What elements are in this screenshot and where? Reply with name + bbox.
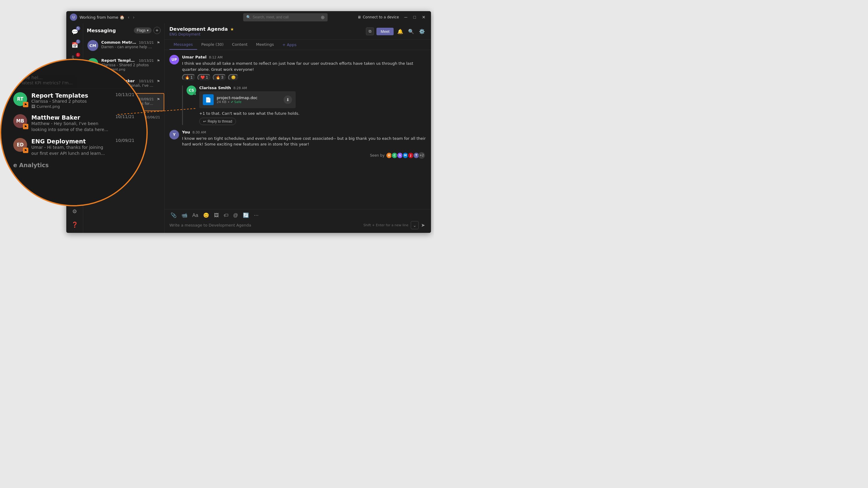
title-bar-left: U Working from home 🏠 ‹ › [70,13,214,21]
zoom-item-eng[interactable]: ED ⚑ ENG Deployment 10/09/21 Umar - Hi t… [13,138,134,156]
msg-avatar-clarissa: CS [187,86,196,95]
input-toolbar: 📎 📹 Aa 😊 🖼 🏷 @ 🔄 ⋯ [169,212,426,219]
window-controls: ─ □ ✕ [403,14,427,20]
reaction-heart[interactable]: ❤️ 1 [197,74,211,81]
flag-icon: ⚑ [157,97,160,107]
connect-device[interactable]: 🖥 Connect to a device [358,15,399,19]
emoji-button[interactable]: 😊 [202,212,210,219]
flag-badge-zoom-m: ⚑ [23,124,28,129]
send-button[interactable]: ➤ [420,221,426,229]
reply-to-thread-button[interactable]: ↩ Reply to thread [199,118,236,125]
conv-date: 10/13/21 [139,41,154,44]
user-avatar[interactable]: U [70,13,77,21]
panel-actions: Flags ▾ + [134,27,161,34]
msg-text-clarissa: +1 to that. Can't wait to see what the f… [199,110,426,117]
msg-author-umar: Umar Patel [182,55,207,59]
more-options-button[interactable]: ⚙️ [418,27,426,36]
more-tools-button[interactable]: ⋯ [253,212,260,219]
mention-button[interactable]: @ [232,212,239,219]
conv-date: 10/09/21 [139,97,154,101]
message-group-umar: UP Umar Patel 8:12 AM I think we should … [169,55,426,81]
chat-header-actions: ⧉ Meet 🔔 🔍 ⚙️ [366,27,426,36]
copy-button[interactable]: ⧉ [366,27,374,35]
zoom-preview-faded-top: anyone hel... [13,75,134,80]
zoom-avatar-wrapper-m: MB ⚑ [13,114,27,128]
message-input-row: Shift + Enter for a new line ⌄ ➤ [169,221,426,229]
sidebar-item-calendar[interactable]: 📅 1 [69,39,81,51]
zoom-item-report-templates[interactable]: RT ⚑ Report Templates 10/13/21 Clarissa … [13,92,134,109]
maximize-button[interactable]: □ [412,14,418,20]
expand-button[interactable]: ⌄ [411,221,418,229]
nav-back-button[interactable]: ‹ [127,14,131,20]
tab-apps[interactable]: + Apps [278,40,301,50]
zoom-name-row: Report Templates 10/13/21 [31,92,134,99]
sidebar-item-help[interactable]: ❓ [69,218,81,230]
conversation-item-common-metrics[interactable]: CM Common Metrics 10/13/21 Darren - can … [83,36,164,55]
help-icon: ❓ [71,221,78,228]
reaction-fire1[interactable]: 🔥 1 [182,74,195,81]
panel-title: Messaging [87,28,116,33]
zoom-preview-faded-top2: our latest KPI metrics? I'm... [13,80,134,85]
chat-title-area: Development Agenda ★ ENG Deployment [169,26,234,36]
msg-author-clarissa: Clarissa Smith [199,86,231,90]
title-bar-right: 🖥 Connect to a device ─ □ ✕ [358,14,427,20]
add-conversation-button[interactable]: + [153,27,161,34]
msg-time-clarissa: 8:28 AM [233,86,247,90]
chat-header: Development Agenda ★ ENG Deployment ⧉ Me… [164,23,431,40]
conv-date: 10/06/21 [145,116,160,119]
send-actions: ⌄ ➤ [411,221,426,229]
msg-avatar-umar: UP [169,55,179,64]
sidebar-item-chat[interactable]: 💬 5 [69,26,81,38]
zoom-name: Report Templates [31,92,88,99]
thread-reply-inner: CS Clarissa Smith 8:28 AM 📄 pr [187,86,426,125]
flag-icon: ⚑ [157,41,160,51]
search-button[interactable]: 🔍 [407,27,415,36]
sidebar-item-settings[interactable]: ⚙️ [69,205,81,217]
add-search-button[interactable]: ⊕ [321,14,324,20]
seen-by-label: Seen by [370,153,384,158]
zoom-item-matthew[interactable]: MB ⚑ Matthew Baker 10/11/21 Matthew - He… [13,114,134,133]
reaction-smile[interactable]: 😊 [228,74,239,81]
message-input-area: 📎 📹 Aa 😊 🖼 🏷 @ 🔄 ⋯ Shift + Enter for a n… [164,209,431,233]
reply-to-thread-label: Reply to thread [208,119,232,124]
file-doc-icon: 📄 [203,94,214,105]
meet-icon-button[interactable]: 📹 [180,212,189,219]
tab-meetings[interactable]: Meetings [252,40,278,50]
flags-button[interactable]: Flags ▾ [134,27,152,33]
sticker-button[interactable]: 🏷 [222,212,230,219]
msg-body-umar: Umar Patel 8:12 AM I think we should all… [182,55,426,81]
zoom-item-service-faded: e Analytics [13,162,134,168]
format-button[interactable]: Aa [191,212,199,219]
title-bar-nav: ‹ › [127,14,135,20]
conv-header-row: Report Templates 10/13/21 [101,58,154,63]
zoom-name-row-e: ENG Deployment 10/09/21 [31,138,134,144]
close-button[interactable]: ✕ [420,14,427,20]
tab-content[interactable]: Content [228,40,252,50]
conv-body-common-metrics: Common Metrics 10/13/21 Darren - can any… [101,40,154,51]
msg-avatar-you: Y [169,130,179,139]
search-box: 🔍 ⊕ [243,13,328,22]
search-input[interactable] [253,15,319,19]
nav-forward-button[interactable]: › [132,14,135,20]
tab-messages[interactable]: Messages [169,40,197,50]
seen-more-count: +2 [418,152,425,159]
minimize-button[interactable]: ─ [403,14,409,20]
chat-tabs: Messages People (30) Content Meetings + … [164,40,431,50]
star-icon[interactable]: ★ [230,27,234,32]
msg-time-umar: 8:12 AM [209,56,222,59]
conv-avatar-common-metrics: CM [87,40,98,51]
attach-button[interactable]: 📎 [169,212,178,219]
loop-button[interactable]: 🔄 [242,212,250,219]
message-input[interactable] [169,223,361,227]
download-button[interactable]: ⬇ [284,96,292,104]
meet-button[interactable]: Meet [376,28,394,35]
conv-name: Report Templates [101,58,137,63]
image-button[interactable]: 🖼 [213,212,220,219]
notifications-button[interactable]: 🔔 [396,27,404,36]
input-hint: Shift + Enter for a new line [364,223,408,227]
chat-subtitle[interactable]: ENG Deployment [169,32,234,36]
message-group-you: Y You 8:30 AM I know we're on tight sche… [169,130,426,147]
messages-container[interactable]: UP Umar Patel 8:12 AM I think we should … [164,50,431,209]
tab-people[interactable]: People (30) [197,40,228,50]
reaction-fire3[interactable]: 🔥 3 [213,74,226,81]
